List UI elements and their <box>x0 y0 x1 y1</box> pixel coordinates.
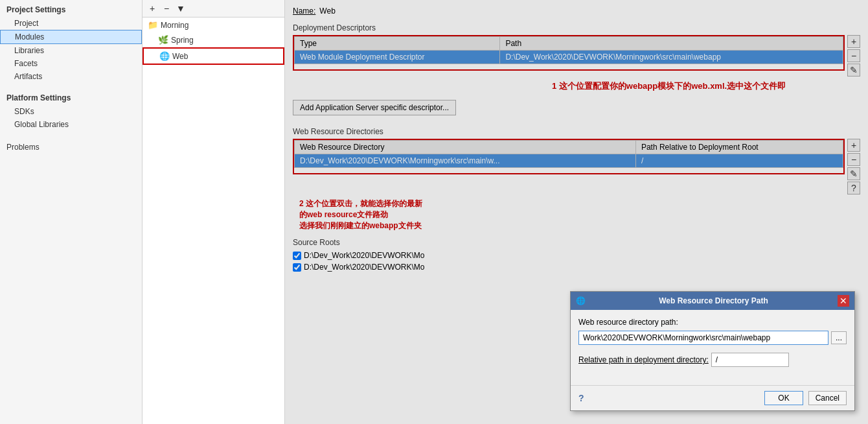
sidebar: Project Settings Project Modules Librari… <box>0 0 143 424</box>
sidebar-item-problems[interactable]: Problems <box>0 137 142 154</box>
module-tree-panel: + − ▼ 📁 Morning 🌿 Spring 🌐 Web <box>143 0 285 424</box>
remove-module-button[interactable]: − <box>161 3 172 14</box>
dialog-rel-input[interactable] <box>711 353 789 367</box>
dialog-ok-button[interactable]: OK <box>764 391 803 405</box>
dialog-path-input[interactable] <box>578 331 828 345</box>
sidebar-item-project[interactable]: Project <box>0 17 142 30</box>
sidebar-item-libraries[interactable]: Libraries <box>0 44 142 57</box>
tree-item-web[interactable]: 🌐 Web <box>143 47 284 65</box>
sidebar-item-artifacts[interactable]: Artifacts <box>0 70 142 83</box>
sidebar-item-sdks[interactable]: SDKs <box>0 105 142 118</box>
sidebar-item-global-libraries[interactable]: Global Libraries <box>0 118 142 131</box>
main-content: Name: Web Deployment Descriptors Type Pa… <box>285 0 868 424</box>
dialog-title: Web Resource Directory Path <box>659 296 768 305</box>
dialog-path-label: Web resource directory path: <box>578 318 847 327</box>
dialog-body: Web resource directory path: ... Relativ… <box>571 310 854 385</box>
tree-item-morning[interactable]: 📁 Morning <box>143 18 284 32</box>
dialog-cancel-button[interactable]: Cancel <box>808 391 847 405</box>
web-label: Web <box>172 52 188 61</box>
module-menu-button[interactable]: ▼ <box>175 3 187 14</box>
spring-label: Spring <box>171 36 194 45</box>
dialog-input-row: ... <box>578 331 847 345</box>
tree-item-spring[interactable]: 🌿 Spring <box>143 32 284 47</box>
web-resource-dialog: 🌐 Web Resource Directory Path ✕ Web reso… <box>570 291 855 411</box>
module-tree-toolbar: + − ▼ <box>143 0 284 18</box>
dialog-browse-button[interactable]: ... <box>831 331 847 344</box>
platform-settings-title: Platform Settings <box>0 88 142 105</box>
morning-label: Morning <box>161 21 188 30</box>
add-module-button[interactable]: + <box>146 3 158 14</box>
web-icon: 🌐 <box>159 51 170 61</box>
dialog-overlay: 🌐 Web Resource Directory Path ✕ Web reso… <box>285 0 868 424</box>
dialog-rel-label: Relative path in deployment directory: <box>578 355 709 364</box>
dialog-rel-row: Relative path in deployment directory: <box>578 353 847 367</box>
dialog-help-icon[interactable]: ? <box>578 393 584 403</box>
project-settings-title: Project Settings <box>0 0 142 17</box>
dialog-icon: 🌐 <box>576 296 586 305</box>
dialog-titlebar: 🌐 Web Resource Directory Path ✕ <box>571 292 854 310</box>
folder-icon: 📁 <box>148 20 158 30</box>
sidebar-item-facets[interactable]: Facets <box>0 57 142 70</box>
dialog-close-button[interactable]: ✕ <box>838 295 849 307</box>
sidebar-item-modules[interactable]: Modules <box>0 30 142 44</box>
dialog-footer: ? OK Cancel <box>571 385 854 410</box>
spring-icon: 🌿 <box>158 35 168 45</box>
